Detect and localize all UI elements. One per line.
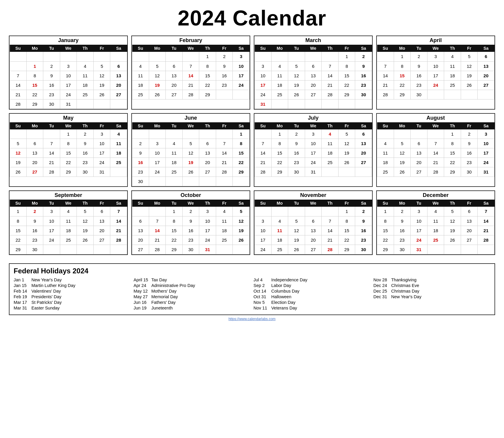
calendar-day: 22 [271,158,288,167]
calendar-day: 11 [110,139,127,148]
calendar-day [288,207,305,216]
calendar-day [355,167,372,177]
calendar-day: 1 [166,207,183,216]
month-block-february: FebruarySuMoTuWeThFrSa123456789101112131… [131,36,250,110]
calendar-day: 23 [394,235,411,245]
calendar-day: 6 [305,216,322,226]
month-title: August [377,114,495,122]
calendar-day: 20 [110,80,127,90]
calendar-day: 29 [271,167,288,177]
calendar-day: 1 [394,52,411,61]
calendar-day: 12 [288,226,305,235]
calendar-day: 1 [233,129,250,139]
calendar-day: 12 [93,71,110,80]
calendar-day: 1 [377,207,394,216]
holiday-date: Oct 31 [253,294,269,299]
calendar-day: 19 [182,158,199,167]
calendar-day [43,129,60,139]
day-header-we: We [182,122,199,129]
calendar-day [444,245,461,254]
day-header-mo: Mo [149,200,166,207]
calendar-day: 31 [255,99,272,109]
calendar-day: 14 [322,71,339,80]
calendar-day: 25 [77,90,94,99]
month-table: SuMoTuWeThFrSa12345678910111213141516171… [132,122,250,187]
day-header-tu: Tu [166,122,183,129]
calendar-day: 27 [461,235,478,245]
calendar-day: 24 [233,80,250,90]
calendar-day [149,207,166,216]
calendar-day: 2 [288,129,305,139]
day-header-mo: Mo [394,200,411,207]
calendar-day: 4 [377,139,394,148]
calendar-day [338,99,355,109]
holiday-date: Sep 2 [253,283,269,288]
calendar-day: 28 [10,99,27,109]
day-header-th: Th [322,122,339,129]
day-header-we: We [427,45,444,52]
calendar-day: 4 [271,61,288,71]
holiday-name: Tax Day [151,277,167,282]
calendar-day [255,52,272,61]
calendar-day: 7 [427,139,444,148]
calendar-day: 7 [478,207,495,216]
calendar-day: 2 [394,207,411,216]
holiday-row: Jan 1New Year's Day [14,277,131,282]
calendar-day: 4 [166,139,183,148]
calendar-day: 21 [216,158,233,167]
calendar-day: 23 [77,158,94,167]
calendar-day [271,99,288,109]
calendar-day: 19 [394,158,411,167]
calendar-day: 21 [427,158,444,167]
month-title: June [132,114,250,122]
calendar-day: 14 [216,148,233,158]
calendar-day: 10 [427,61,444,71]
calendar-day: 16 [216,71,233,80]
calendar-day: 6 [461,207,478,216]
calendar-day [271,207,288,216]
calendar-day: 31 [305,167,322,177]
holiday-name: Juneteenth [151,306,173,310]
calendar-day: 6 [478,52,495,61]
calendar-day: 22 [166,235,183,245]
calendar-day [93,245,110,254]
calendar-day: 6 [93,207,110,216]
calendar-day: 7 [182,61,199,71]
calendar-day: 23 [288,158,305,167]
day-header-mo: Mo [26,122,43,129]
holiday-row: Jun 19Juneteenth [134,306,251,310]
day-header-sa: Sa [355,45,372,52]
holiday-date: Dec 24 [374,283,389,288]
calendar-day: 18 [444,71,461,80]
calendar-day: 28 [322,90,339,99]
month-table: SuMoTuWeThFrSa12345678910111213141516171… [132,200,250,254]
calendar-day: 7 [322,216,339,226]
calendar-day: 13 [305,71,322,80]
calendar-day: 8 [26,71,43,80]
calendar-day: 30 [288,167,305,177]
calendar-day: 3 [305,129,322,139]
calendar-day: 4 [444,52,461,61]
calendar-day: 2 [355,207,372,216]
holiday-row: Mar 31Easter Sunday [14,306,131,310]
day-header-fr: Fr [93,200,110,207]
calendar-day [427,129,444,139]
calendar-day: 23 [26,235,43,245]
calendar-day: 14 [427,148,444,158]
day-header-fr: Fr [461,45,478,52]
footer-link[interactable]: https://www.calendarlabs.com [9,317,495,321]
calendar-day [288,99,305,109]
day-header-we: We [305,200,322,207]
calendar-day: 23 [216,80,233,90]
calendar-day: 13 [132,226,149,235]
calendar-day: 5 [288,216,305,226]
calendar-day: 20 [26,158,43,167]
day-header-su: Su [10,122,27,129]
month-title: October [132,191,250,200]
calendar-day [355,99,372,109]
calendar-day: 5 [93,61,110,71]
calendar-day: 9 [216,61,233,71]
day-header-we: We [305,122,322,129]
calendar-day [10,61,27,71]
calendar-day: 3 [255,216,272,226]
